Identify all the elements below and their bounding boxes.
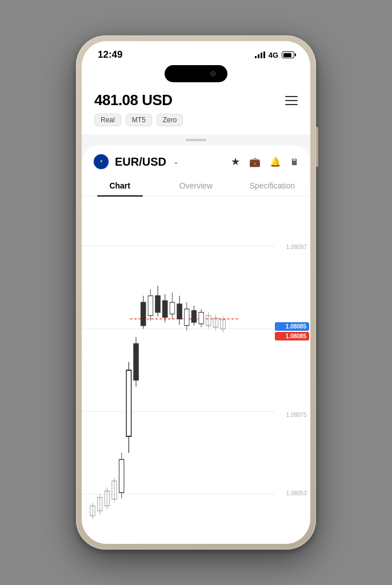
price-badges: 1.08085 1.08085 <box>275 322 310 340</box>
header-section: 481.08 USD Real MT5 Zero <box>82 86 310 134</box>
menu-button[interactable] <box>285 96 298 105</box>
briefcase-icon[interactable]: 💼 <box>249 157 261 167</box>
header-top: 481.08 USD <box>94 91 298 109</box>
network-label: 4G <box>269 51 278 59</box>
drag-pill <box>186 139 206 141</box>
price-labels: 1.08097 1.08085 1.08085 1.08075 1.08053 <box>275 197 310 544</box>
svg-rect-36 <box>199 312 203 324</box>
content-area: ✦ EUR/USD ⌄ ★ 💼 🔔 🖩 Chart <box>82 146 310 544</box>
eur-flag-icon: ✦ <box>93 154 109 170</box>
tag-zero[interactable]: Zero <box>157 114 183 126</box>
tab-bar: Chart Overview Specification <box>82 175 310 197</box>
signal-bars-icon <box>255 51 265 58</box>
tab-chart[interactable]: Chart <box>82 175 158 196</box>
tab-specification[interactable]: Specification <box>234 175 310 196</box>
status-bar: 12:49 4G <box>82 41 310 64</box>
svg-rect-34 <box>191 311 196 322</box>
menu-line-2 <box>285 100 298 101</box>
pair-actions: ★ 💼 🔔 🖩 <box>231 155 299 168</box>
balance-display: 481.08 USD <box>94 91 173 109</box>
ask-price-badge: 1.08085 <box>275 332 309 340</box>
price-label-low: 1.08053 <box>275 490 310 496</box>
pair-symbol: EUR/USD <box>115 155 166 169</box>
menu-line-1 <box>285 96 298 97</box>
status-time: 12:49 <box>98 49 122 61</box>
tag-mt5[interactable]: MT5 <box>126 114 152 126</box>
account-tags: Real MT5 Zero <box>94 114 298 126</box>
svg-rect-18 <box>134 344 138 380</box>
star-icon[interactable]: ★ <box>231 155 240 168</box>
tab-overview[interactable]: Overview <box>158 175 234 196</box>
pair-header: ✦ EUR/USD ⌄ ★ 💼 🔔 🖩 <box>82 146 310 175</box>
chart-area: 1.08097 1.08085 1.08085 1.08075 1.08053 <box>82 197 310 544</box>
bell-icon[interactable]: 🔔 <box>270 157 281 167</box>
drag-indicator <box>82 134 310 146</box>
candlestick-chart <box>82 197 275 544</box>
status-icons: 4G <box>255 51 294 59</box>
price-label-top: 1.08097 <box>275 244 310 250</box>
camera-dot <box>210 71 216 77</box>
svg-rect-24 <box>155 296 160 312</box>
pair-chevron-icon: ⌄ <box>173 158 179 166</box>
candle-group <box>90 286 226 519</box>
svg-rect-22 <box>148 296 153 316</box>
svg-rect-16 <box>126 370 131 436</box>
bid-price-badge: 1.08085 <box>275 322 309 331</box>
pair-left[interactable]: ✦ EUR/USD ⌄ <box>93 154 179 170</box>
menu-line-3 <box>285 104 298 105</box>
svg-rect-14 <box>119 459 123 492</box>
phone-frame: 12:49 4G 481.08 U <box>76 35 316 550</box>
dynamic-island <box>165 65 227 82</box>
battery-icon <box>282 51 294 58</box>
flag-stars: ✦ <box>99 159 103 164</box>
dynamic-island-area <box>82 64 310 86</box>
price-label-mid: 1.08075 <box>275 412 310 418</box>
svg-rect-20 <box>141 302 146 326</box>
phone-screen: 12:49 4G 481.08 U <box>82 41 310 544</box>
svg-rect-32 <box>185 309 189 326</box>
calculator-icon[interactable]: 🖩 <box>290 157 299 167</box>
svg-rect-30 <box>177 304 182 319</box>
svg-rect-28 <box>170 302 174 314</box>
svg-rect-26 <box>163 300 167 317</box>
tag-real[interactable]: Real <box>94 114 121 126</box>
